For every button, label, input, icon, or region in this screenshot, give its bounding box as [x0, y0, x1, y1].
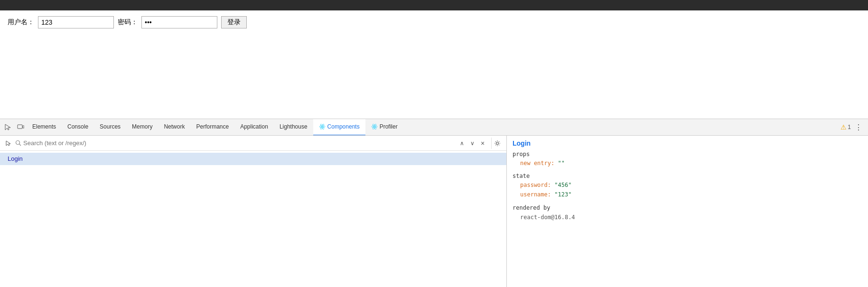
tab-sources[interactable]: Sources — [94, 119, 126, 136]
state-password: password: "456" — [513, 180, 862, 190]
username-label: 用户名： — [8, 18, 34, 27]
prop-key-new-entry: new entry: — [520, 160, 558, 167]
svg-line-11 — [19, 144, 21, 146]
tab-network[interactable]: Network — [158, 119, 190, 136]
rendered-by-value: react-dom@16.8.4 — [513, 213, 862, 222]
login-button[interactable]: 登录 — [221, 16, 247, 28]
state-value-password: "456" — [554, 182, 571, 188]
state-key-password: password: — [520, 182, 554, 188]
props-section-label: props — [513, 151, 862, 157]
app-content: 用户名： 密码： 登录 — [0, 10, 868, 119]
password-input[interactable] — [141, 16, 217, 28]
search-bar: ∧ ∨ × — [0, 136, 506, 151]
svg-rect-0 — [18, 125, 22, 129]
username-input[interactable] — [38, 16, 114, 28]
svg-rect-1 — [23, 126, 24, 128]
state-username: username: "123" — [513, 190, 862, 199]
react-profiler-icon — [371, 123, 378, 130]
tab-performance[interactable]: Performance — [190, 119, 234, 136]
devtools-props-panel: Login props new entry: "" state password… — [507, 136, 868, 287]
svg-point-12 — [496, 142, 498, 144]
devtools-tree-panel: ∧ ∨ × Login — [0, 136, 507, 287]
search-settings-button[interactable] — [491, 138, 503, 149]
rendered-by-label: rendered by — [513, 203, 862, 213]
react-components-icon — [319, 123, 326, 130]
svg-point-10 — [16, 141, 20, 145]
search-icon[interactable] — [15, 140, 21, 146]
search-input[interactable] — [23, 139, 455, 147]
devtools-panel: Elements Console Sources Memory Network … — [0, 119, 868, 287]
search-next-button[interactable]: ∨ — [467, 139, 477, 148]
prop-value-new-entry: "" — [558, 160, 564, 167]
state-value-username: "123" — [554, 191, 571, 198]
login-form: 用户名： 密码： 登录 — [8, 16, 247, 28]
prop-new-entry: new entry: "" — [513, 158, 862, 168]
tab-application[interactable]: Application — [234, 119, 274, 136]
tab-memory[interactable]: Memory — [126, 119, 158, 136]
device-toolbar-icon[interactable] — [14, 119, 27, 136]
component-title: Login — [513, 139, 862, 147]
devtools-main: ∧ ∨ × Login Login p — [0, 136, 868, 287]
warning-badge[interactable]: ⚠ 1 — [840, 123, 851, 131]
state-section-label: state — [513, 173, 862, 179]
devtools-menu-icon[interactable]: ⋮ — [853, 123, 862, 132]
search-close-button[interactable]: × — [478, 139, 487, 148]
inspect-element-icon[interactable] — [2, 119, 14, 136]
back-to-element-icon[interactable] — [4, 139, 13, 148]
tab-profiler[interactable]: Profiler — [365, 119, 403, 136]
warning-triangle-icon: ⚠ — [840, 123, 847, 131]
svg-point-6 — [373, 126, 375, 128]
tab-components[interactable]: Components — [313, 119, 365, 136]
devtools-tab-bar: Elements Console Sources Memory Network … — [0, 119, 868, 136]
search-prev-button[interactable]: ∧ — [457, 139, 467, 148]
devtools-status: ⚠ 1 ⋮ — [840, 123, 866, 132]
password-label: 密码： — [118, 18, 138, 27]
state-key-username: username: — [520, 191, 554, 198]
component-tree: Login — [0, 151, 506, 287]
tab-console[interactable]: Console — [62, 119, 94, 136]
tab-lighthouse[interactable]: Lighthouse — [274, 119, 313, 136]
tree-item-login[interactable]: Login — [0, 153, 506, 165]
browser-top-bar — [0, 0, 868, 10]
svg-point-2 — [321, 126, 323, 128]
search-nav: ∧ ∨ × — [457, 139, 487, 148]
tab-elements[interactable]: Elements — [27, 119, 62, 136]
